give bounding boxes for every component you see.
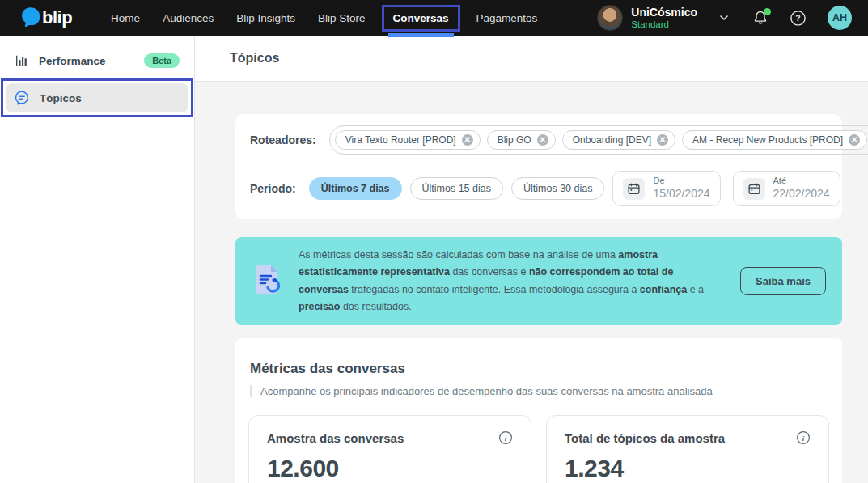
top-navbar: blip Home Audiences Blip Insights Blip S… [0, 0, 868, 36]
account-name: UniCósmico [631, 6, 697, 19]
period-chip-30days[interactable]: Últimos 30 dias [511, 177, 604, 200]
learn-more-button[interactable]: Saiba mais [740, 267, 826, 295]
account-menu-button[interactable] [718, 12, 730, 23]
annotation-box-topicos: Tópicos [1, 78, 193, 117]
blip-logo-text: blip [42, 7, 72, 28]
calendar-icon [623, 178, 645, 200]
metric-title: Amostra das conversas [267, 431, 404, 445]
router-chip-label: Vira Texto Router [PROD] [345, 134, 456, 146]
active-tab-underline [388, 33, 454, 37]
navbar-right: UniCósmico Standard ? AH [597, 5, 852, 31]
metric-cards-row: Amostra das conversas i 12.600 +10% últi… [248, 415, 829, 483]
routers-label: Roteadores: [250, 133, 316, 146]
question-mark-icon: ? [790, 10, 807, 27]
banner-text: As métricas desta sessão são calculadas … [299, 247, 726, 316]
calendar-icon [743, 178, 765, 200]
bar-chart-icon [15, 53, 29, 68]
notifications-button[interactable] [752, 10, 768, 26]
methodology-banner: As métricas desta sessão são calculadas … [235, 237, 842, 325]
date-from-field[interactable]: De 15/02/2024 [612, 171, 720, 206]
help-button[interactable]: ? [790, 10, 807, 27]
nav-item-conversas[interactable]: Conversas [384, 7, 458, 29]
metric-title: Total de tópicos da amostra [565, 431, 725, 445]
remove-chip-icon[interactable]: ✕ [849, 134, 860, 146]
chat-bubble-icon [14, 90, 30, 106]
account-info[interactable]: UniCósmico Standard [631, 6, 697, 31]
date-from-value: 15/02/2024 [653, 187, 709, 201]
svg-text:i: i [802, 434, 805, 443]
period-chip-7days[interactable]: Últimos 7 dias [309, 177, 402, 200]
routers-filter-row: Roteadores: Vira Texto Router [PROD] ✕ B… [250, 125, 823, 155]
info-icon[interactable]: i [796, 430, 811, 445]
filters-card: Roteadores: Vira Texto Router [PROD] ✕ B… [235, 114, 842, 219]
main-area: Tópicos Roteadores: Vira Texto Router [P… [195, 36, 868, 483]
router-chip[interactable]: Onboarding [DEV] ✕ [562, 130, 675, 150]
metric-value: 12.600 [267, 455, 513, 482]
page-content: Roteadores: Vira Texto Router [PROD] ✕ B… [195, 82, 868, 483]
user-avatar-photo[interactable] [597, 5, 623, 31]
document-analysis-icon [252, 262, 284, 301]
sidebar-item-label: Performance [39, 55, 106, 67]
sidebar-item-topicos[interactable]: Tópicos [6, 83, 188, 112]
svg-text:?: ? [795, 13, 800, 23]
notification-dot [764, 8, 771, 15]
period-chip-15days[interactable]: Últimos 15 dias [410, 177, 503, 200]
sidebar-item-label: Tópicos [40, 92, 82, 104]
date-to-label: Até [773, 176, 830, 187]
router-chip[interactable]: AM - Recep New Products [PROD] ✕ [682, 130, 867, 150]
page-header: Tópicos [195, 36, 868, 82]
chevron-down-icon [718, 12, 730, 23]
routers-multiselect[interactable]: Vira Texto Router [PROD] ✕ Blip GO ✕ Onb… [329, 125, 868, 155]
metrics-subtitle: Acompanhe os principais indicadores de d… [250, 385, 829, 397]
info-icon[interactable]: i [498, 430, 513, 445]
date-from-label: De [653, 176, 709, 187]
beta-badge: Beta [144, 53, 180, 68]
metrics-section: Métricas das conversas Acompanhe os prin… [235, 338, 842, 483]
nav-item-pagamentos[interactable]: Pagamentos [465, 6, 549, 31]
nav-item-audiences[interactable]: Audiences [151, 6, 225, 31]
metric-card-sample: Amostra das conversas i 12.600 +10% últi… [248, 415, 531, 483]
metrics-title: Métricas das conversas [250, 361, 829, 377]
nav-item-blip-insights[interactable]: Blip Insights [225, 6, 307, 31]
remove-chip-icon[interactable]: ✕ [462, 134, 473, 146]
nav-item-home[interactable]: Home [100, 6, 151, 31]
router-chip[interactable]: Vira Texto Router [PROD] ✕ [335, 130, 481, 150]
sidebar-item-performance[interactable]: Performance Beta [6, 47, 188, 74]
remove-chip-icon[interactable]: ✕ [657, 134, 668, 146]
remove-chip-icon[interactable]: ✕ [537, 134, 548, 146]
metric-card-topics: Total de tópicos da amostra i 1.234 -10%… [546, 415, 829, 483]
sidebar: Performance Beta Tópicos [0, 36, 195, 483]
date-to-field[interactable]: Até 22/02/2024 [733, 171, 840, 206]
nav-item-blip-store[interactable]: Blip Store [307, 6, 377, 31]
blip-logo[interactable]: blip [19, 6, 72, 30]
svg-text:i: i [505, 434, 507, 443]
metric-value: 1.234 [565, 455, 811, 482]
blip-bubble-icon [19, 6, 40, 30]
page-title: Tópicos [230, 51, 279, 66]
router-chip-label: Onboarding [DEV] [573, 134, 651, 146]
period-filter-row: Período: Últimos 7 dias Últimos 15 dias … [250, 171, 823, 206]
router-chip-label: AM - Recep New Products [PROD] [692, 134, 843, 146]
user-initials-avatar[interactable]: AH [828, 6, 852, 30]
account-plan-badge: Standard [631, 19, 697, 31]
annotation-box-conversas: Conversas [382, 5, 460, 32]
nav-menu: Home Audiences Blip Insights Blip Store … [100, 5, 548, 32]
period-label: Período: [250, 182, 296, 195]
router-chip[interactable]: Blip GO ✕ [487, 130, 556, 150]
date-to-value: 22/02/2024 [773, 187, 830, 201]
router-chip-label: Blip GO [498, 134, 531, 146]
